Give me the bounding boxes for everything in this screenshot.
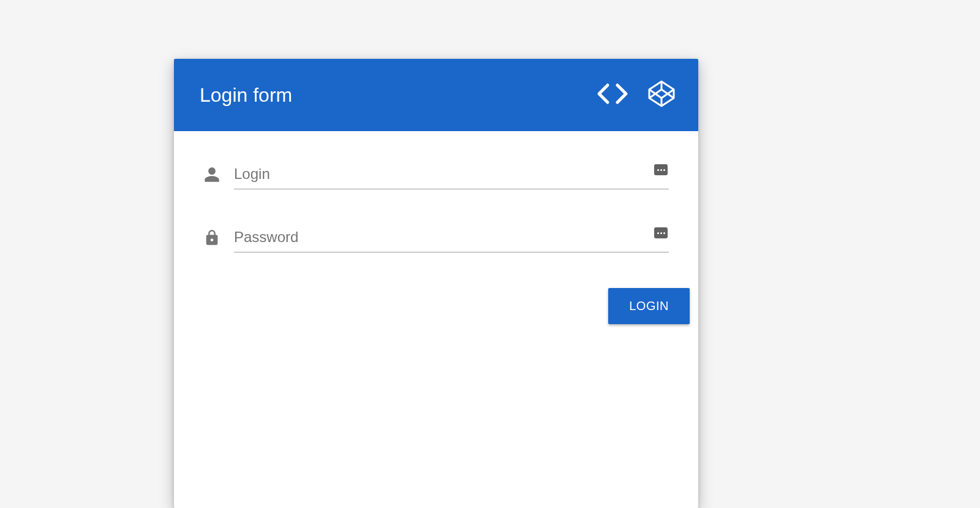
login-field-row (203, 162, 669, 189)
header-icons (597, 79, 676, 111)
card-header: Login form (174, 59, 698, 131)
card-actions: LOGIN (174, 288, 698, 334)
password-manager-icon[interactable] (654, 164, 668, 175)
code-icon[interactable] (597, 83, 628, 107)
password-field-row (203, 225, 669, 252)
password-field (234, 225, 669, 252)
card-body (174, 131, 698, 252)
login-button[interactable]: LOGIN (608, 288, 690, 324)
card-title: Login form (200, 84, 292, 107)
password-input[interactable] (234, 225, 669, 252)
login-card: Login form (174, 59, 698, 508)
login-field (234, 162, 669, 189)
login-input[interactable] (234, 162, 669, 189)
password-manager-icon[interactable] (654, 227, 668, 238)
person-icon (203, 166, 221, 183)
lock-icon (203, 229, 221, 246)
codepen-icon[interactable] (647, 79, 676, 111)
